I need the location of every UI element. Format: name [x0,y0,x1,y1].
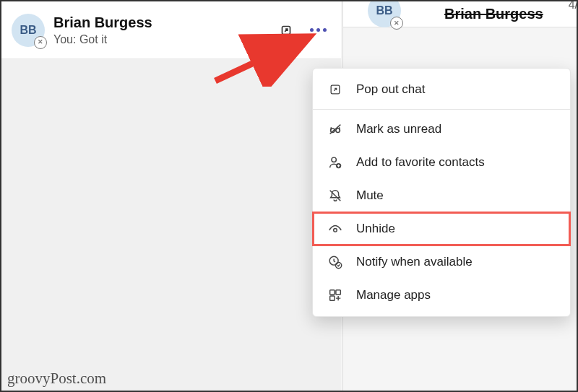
menu-add-favorite[interactable]: Add to favorite contacts [313,146,570,179]
menu-pop-out-chat[interactable]: Pop out chat [313,73,570,106]
glasses-icon [327,121,343,137]
apps-grid-icon [327,287,343,303]
chat-text-block: Brian Burgess You: Got it [53,14,273,46]
svg-point-5 [332,157,336,162]
mute-bell-icon [327,188,343,204]
conversation-date-partial: 4/ [569,0,578,12]
menu-label: Manage apps [356,288,431,302]
more-options-button[interactable] [305,17,331,43]
avatar-initials: BB [20,24,36,37]
chat-item-actions [273,17,331,43]
menu-label: Unhide [356,222,395,236]
chat-list-item[interactable]: BB Brian Burgess You: Got it [1,1,341,59]
presence-offline-icon [390,17,403,30]
clock-check-icon [327,254,343,270]
svg-point-8 [334,229,337,232]
conversation-contact-name: Brian Burgess [444,6,543,22]
avatar-initials: BB [376,4,392,17]
menu-label: Mark as unread [356,122,441,136]
pop-out-icon [278,22,294,38]
menu-label: Mute [356,188,384,203]
conversation-header: BB Brian Burgess 4/ [343,1,578,27]
menu-label: Pop out chat [356,82,425,97]
watermark: groovyPost.com [7,370,106,388]
chat-preview-text: You: Got it [53,33,273,46]
menu-mark-unread[interactable]: Mark as unread [313,113,570,146]
menu-label: Notify when available [356,255,473,269]
avatar: BB [12,14,45,47]
menu-label: Add to favorite contacts [356,155,485,170]
chat-list-panel: BB Brian Burgess You: Got it [1,1,341,391]
menu-unhide[interactable]: Unhide [313,212,570,245]
presence-offline-icon [34,36,47,49]
menu-notify-available[interactable]: Notify when available [313,245,570,279]
pop-out-button[interactable] [273,17,299,43]
chat-context-menu: Pop out chat Mark as unread Add to favor… [312,68,571,317]
avatar: BB [368,0,401,27]
svg-rect-11 [330,290,335,295]
menu-divider [313,109,570,110]
menu-mute[interactable]: Mute [313,179,570,212]
chat-contact-name: Brian Burgess [53,14,273,31]
more-icon [310,28,327,32]
svg-rect-12 [336,290,340,295]
eye-icon [327,221,343,237]
menu-manage-apps[interactable]: Manage apps [313,279,570,312]
add-contact-icon [327,154,343,170]
svg-rect-13 [330,296,335,300]
pop-out-icon [327,82,343,97]
